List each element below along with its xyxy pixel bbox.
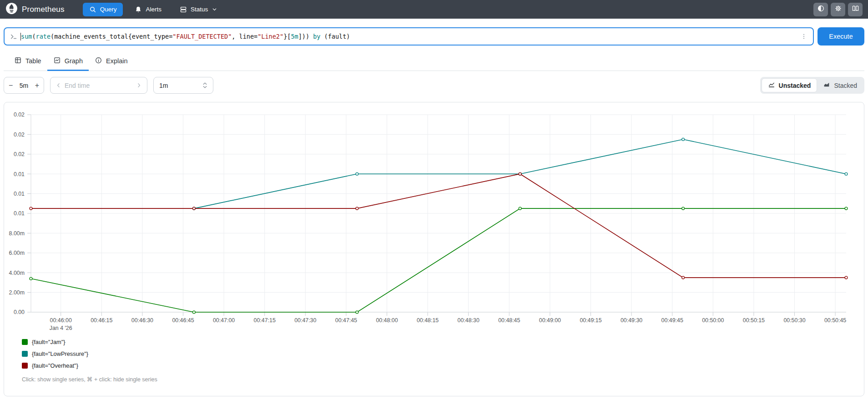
svg-text:00:49:15: 00:49:15 [580,317,601,324]
info-icon [95,56,102,66]
theme-toggle-button[interactable] [813,3,828,16]
tab-explain[interactable]: Explain [89,53,134,71]
svg-text:00:49:45: 00:49:45 [661,317,683,324]
nav-item-alerts[interactable]: Alerts [128,3,168,16]
settings-gear-icon [834,5,842,14]
tab-graph[interactable]: Graph [47,53,89,71]
resolution-select[interactable]: 1m [153,77,213,94]
series-label: {fault="Overheat"} [32,362,78,369]
svg-text:0.01: 0.01 [14,171,25,177]
promql-input[interactable]: sum(rate(machine_events_total{event_type… [4,27,814,46]
svg-text:00:47:00: 00:47:00 [213,317,235,324]
legend-hint: Click: show single series, ⌘ + click: hi… [22,376,864,383]
series-color-swatch [22,363,28,369]
bell-icon [135,6,142,13]
table-icon [14,56,22,66]
nav-item-label: Query [100,6,117,13]
chevron-down-icon [212,6,217,12]
unstacked-option[interactable]: Unstacked [762,78,818,92]
terminal-prompt-icon [9,32,18,41]
stacked-option[interactable]: Stacked [817,78,863,92]
legend-item[interactable]: {fault="Overheat"} [22,362,864,369]
svg-text:00:48:00: 00:48:00 [376,317,398,324]
graph-controls: − 5m + End time 1m [4,77,864,94]
tab-label: Explain [106,57,128,65]
navbar-right [813,3,863,16]
svg-text:00:47:45: 00:47:45 [335,317,357,324]
svg-text:00:50:30: 00:50:30 [783,317,805,324]
series-color-swatch [22,351,28,357]
series-label: {fault="LowPressure"} [32,350,88,357]
svg-text:0.00: 0.00 [14,309,25,315]
increase-range-button[interactable]: + [35,82,39,89]
range-duration-control: − 5m + [4,77,44,94]
query-row: sum(rate(machine_events_total{event_type… [4,27,864,46]
docs-button[interactable] [848,3,863,16]
main-nav: Query Alerts [83,3,224,16]
svg-text:00:50:45: 00:50:45 [824,317,846,324]
top-navbar: Prometheus Query Alerts [0,0,868,19]
brand[interactable]: Prometheus [5,2,65,16]
svg-text:0.02: 0.02 [14,132,25,138]
resolution-value: 1m [159,82,168,89]
svg-text:00:46:45: 00:46:45 [172,317,194,324]
legend-item[interactable]: {fault="Jam"} [22,339,864,345]
svg-text:4.00m: 4.00m [9,270,25,276]
chevron-right-icon[interactable] [136,82,142,89]
settings-button[interactable] [831,3,845,16]
result-tabs: Table Graph Explain [4,53,864,71]
spinner-chevrons-icon[interactable] [202,82,207,89]
time-series-chart[interactable]: 0.020.020.020.010.010.018.00m6.00m4.00m2… [4,102,864,332]
svg-text:00:46:30: 00:46:30 [131,317,153,324]
svg-text:00:48:30: 00:48:30 [458,317,479,324]
promql-expression[interactable]: sum(rate(machine_events_total{event_type… [20,33,799,41]
decrease-range-button[interactable]: − [9,82,13,89]
graph-icon [53,56,61,66]
chart-legend: {fault="Jam"}{fault="LowPressure"}{fault… [22,339,864,369]
line-chart-icon [768,81,775,90]
svg-text:00:46:15: 00:46:15 [91,317,112,324]
end-time-input[interactable]: End time [62,82,136,89]
legend-item[interactable]: {fault="LowPressure"} [22,350,864,357]
tab-label: Table [25,57,41,65]
docs-book-icon [852,5,859,14]
seg-label: Unstacked [779,82,811,89]
end-time-control: End time [50,77,147,94]
svg-text:2.00m: 2.00m [9,289,25,296]
svg-text:00:48:45: 00:48:45 [498,317,520,324]
chevron-left-icon[interactable] [55,82,62,89]
svg-text:0.01: 0.01 [14,210,25,217]
svg-text:8.00m: 8.00m [9,230,25,237]
svg-text:00:48:15: 00:48:15 [417,317,439,324]
execute-button[interactable]: Execute [818,27,864,46]
seg-label: Stacked [834,82,857,89]
tab-label: Graph [65,57,83,65]
series-label: {fault="Jam"} [32,339,65,345]
svg-text:0.02: 0.02 [14,151,25,157]
range-duration-value[interactable]: 5m [20,82,28,89]
svg-text:0.01: 0.01 [14,191,25,197]
svg-text:00:47:30: 00:47:30 [294,317,316,324]
area-chart-icon [823,81,830,90]
server-icon [180,6,187,13]
prometheus-logo-icon [5,2,18,16]
svg-text:6.00m: 6.00m [9,250,25,256]
svg-text:00:50:00: 00:50:00 [702,317,724,324]
app-title: Prometheus [22,5,65,14]
svg-text:Jan 4 '26: Jan 4 '26 [50,325,72,331]
prometheus-app: Prometheus Query Alerts [0,0,868,400]
svg-text:00:49:30: 00:49:30 [621,317,642,324]
series-color-swatch [22,339,28,345]
svg-text:00:47:15: 00:47:15 [254,317,276,324]
chart-area: 0.020.020.020.010.010.018.00m6.00m4.00m2… [4,102,864,332]
search-icon [89,6,96,13]
nav-item-status[interactable]: Status [173,3,224,16]
nav-item-query[interactable]: Query [83,3,123,16]
svg-text:00:46:00: 00:46:00 [50,317,72,324]
svg-text:00:50:15: 00:50:15 [743,317,765,324]
nav-item-label: Alerts [146,6,161,13]
tab-table[interactable]: Table [8,53,47,71]
svg-text:00:49:00: 00:49:00 [539,317,561,324]
theme-contrast-icon [817,5,825,14]
query-menu-kebab-icon[interactable] [799,33,808,40]
